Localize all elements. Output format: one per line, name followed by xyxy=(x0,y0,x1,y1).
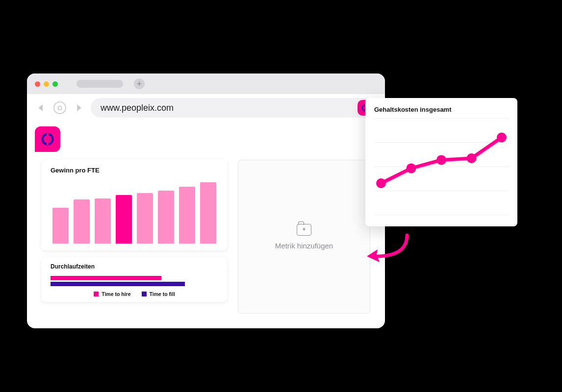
browser-toolbar: www.peopleix.com xyxy=(27,94,385,122)
card-title: Durchlaufzeiten xyxy=(51,263,218,270)
svg-point-10 xyxy=(436,155,446,165)
bar xyxy=(158,191,174,244)
legend: Time to hire Time to fill xyxy=(51,291,218,297)
dropzone-label: Metrik hinzufügen xyxy=(275,242,333,250)
card-gewinn-pro-fte[interactable]: Gewinn pro FTE xyxy=(42,160,227,250)
url-text: www.peopleix.com xyxy=(101,103,174,113)
traffic-lights xyxy=(35,81,58,87)
svg-rect-6 xyxy=(47,133,49,136)
card-title: Gewinn pro FTE xyxy=(51,167,218,174)
svg-rect-7 xyxy=(47,143,49,146)
home-button[interactable] xyxy=(53,101,66,114)
bar-time-to-hire xyxy=(51,276,161,280)
legend-label: Time to fill xyxy=(150,291,175,297)
swatch-purple-icon xyxy=(142,292,147,296)
card-gehaltskosten[interactable]: Gehaltskosten insgesamt xyxy=(365,98,517,226)
close-window-icon[interactable] xyxy=(35,81,40,87)
bar xyxy=(95,198,111,244)
horizontal-bar-chart xyxy=(51,274,218,286)
svg-marker-1 xyxy=(77,104,81,111)
bar-chart xyxy=(51,179,218,244)
line-chart-svg xyxy=(374,118,509,215)
svg-point-12 xyxy=(497,133,507,143)
swatch-pink-icon xyxy=(94,292,99,296)
dashboard-area: Gewinn pro FTE Durchlaufzeiten Time to h… xyxy=(42,160,370,314)
bar xyxy=(179,187,195,244)
drag-arrow-icon xyxy=(363,233,412,267)
bar xyxy=(116,195,132,244)
card-title: Gehaltskosten insgesamt xyxy=(374,106,509,113)
legend-label: Time to hire xyxy=(102,291,130,297)
card-durchlaufzeiten[interactable]: Durchlaufzeiten Time to hire Time to fil… xyxy=(42,257,227,302)
left-column: Gewinn pro FTE Durchlaufzeiten Time to h… xyxy=(42,160,227,314)
bar xyxy=(74,199,90,244)
svg-marker-0 xyxy=(38,104,42,111)
minimize-window-icon[interactable] xyxy=(44,81,49,87)
browser-window: + www.peopleix.com xyxy=(27,74,385,328)
bar xyxy=(52,208,69,244)
svg-point-11 xyxy=(467,153,477,163)
bar xyxy=(200,182,216,244)
maximize-window-icon[interactable] xyxy=(52,81,58,87)
forward-button[interactable] xyxy=(72,101,85,114)
new-tab-button[interactable]: + xyxy=(134,78,145,89)
add-metric-dropzone[interactable]: Metrik hinzufügen xyxy=(238,160,370,314)
back-button[interactable] xyxy=(35,101,48,114)
bar-time-to-fill xyxy=(51,282,185,286)
address-bar[interactable]: www.peopleix.com xyxy=(91,98,377,118)
app-logo xyxy=(35,126,60,152)
browser-tab[interactable] xyxy=(77,80,123,88)
line-chart xyxy=(374,118,509,215)
add-folder-icon xyxy=(297,224,311,236)
browser-chrome: + xyxy=(27,74,385,94)
bar xyxy=(137,193,153,244)
svg-point-8 xyxy=(376,178,386,188)
svg-point-9 xyxy=(407,163,416,173)
